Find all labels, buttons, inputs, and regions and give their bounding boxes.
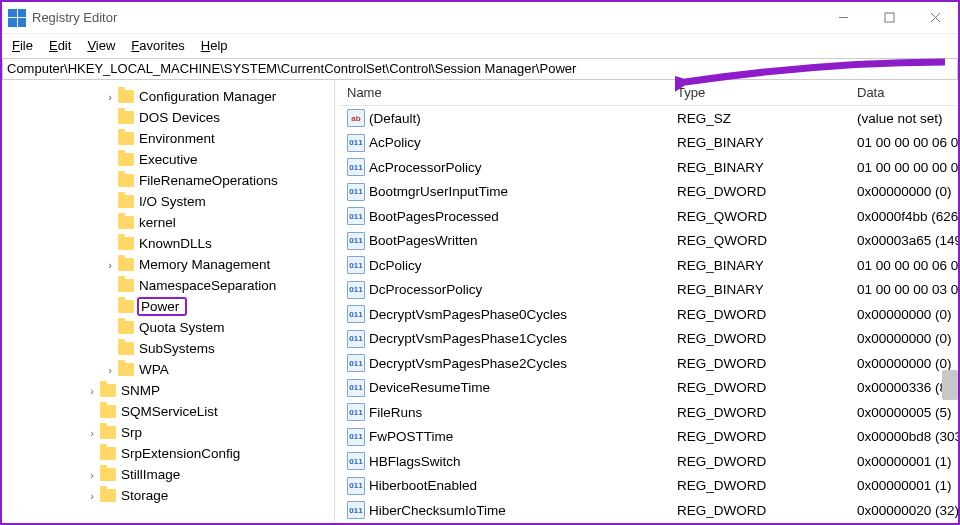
tree-item-label: Memory Management [139,257,270,272]
value-name: FileRuns [369,405,422,420]
tree-item[interactable]: SrpExtensionConfig [2,443,334,464]
tree-item-label: I/O System [139,194,206,209]
value-data: 01 00 00 00 00 00 0 [849,160,958,175]
value-name: AcProcessorPolicy [369,160,482,175]
app-icon [8,9,26,27]
value-row[interactable]: 011FileRunsREG_DWORD0x00000005 (5) [339,400,958,425]
tree-item[interactable]: ›StillImage [2,464,334,485]
folder-icon [118,216,134,229]
folder-icon [100,489,116,502]
value-type: REG_SZ [669,111,849,126]
value-row[interactable]: 011DecryptVsmPagesPhase0CyclesREG_DWORD0… [339,302,958,327]
tree-item-label: FileRenameOperations [139,173,278,188]
value-row[interactable]: 011BootPagesProcessedREG_QWORD0x0000f4bb… [339,204,958,229]
value-type: REG_DWORD [669,429,849,444]
tree-item[interactable]: FileRenameOperations [2,170,334,191]
menu-favorites[interactable]: Favorites [123,36,192,55]
menu-help[interactable]: Help [193,36,236,55]
value-row[interactable]: 011FwPOSTTimeREG_DWORD0x00000bd8 (3032) [339,425,958,450]
folder-icon [118,90,134,103]
folder-icon [118,132,134,145]
menu-file[interactable]: File [4,36,41,55]
value-row[interactable]: 011DecryptVsmPagesPhase2CyclesREG_DWORD0… [339,351,958,376]
folder-icon [118,279,134,292]
value-data: 01 00 00 00 06 00 0 [849,258,958,273]
value-row[interactable]: 011AcProcessorPolicyREG_BINARY01 00 00 0… [339,155,958,180]
folder-icon [118,153,134,166]
value-row[interactable]: 011HBFlagsSwitchREG_DWORD0x00000001 (1) [339,449,958,474]
value-row[interactable]: 011AcPolicyREG_BINARY01 00 00 00 06 00 0 [339,131,958,156]
menu-edit[interactable]: Edit [41,36,79,55]
expander-icon[interactable]: › [104,259,116,271]
col-name-header[interactable]: Name [339,85,669,100]
tree-item-label: SrpExtensionConfig [121,446,240,461]
value-type: REG_QWORD [669,209,849,224]
tree-item[interactable]: ›WPA [2,359,334,380]
value-row[interactable]: 011DeviceResumeTimeREG_DWORD0x00000336 (… [339,376,958,401]
value-row[interactable]: 011DecryptVsmPagesPhase1CyclesREG_DWORD0… [339,327,958,352]
tree-item[interactable]: Power [2,296,334,317]
menu-view[interactable]: View [79,36,123,55]
value-data: (value not set) [849,111,958,126]
expander-icon[interactable]: › [86,469,98,481]
window-title: Registry Editor [32,10,117,25]
value-type: REG_DWORD [669,184,849,199]
folder-icon [118,300,134,313]
value-type: REG_DWORD [669,307,849,322]
value-name: DecryptVsmPagesPhase1Cycles [369,331,567,346]
tree-item[interactable]: KnownDLLs [2,233,334,254]
tree-item-label: WPA [139,362,169,377]
close-button[interactable] [912,2,958,34]
folder-icon [118,321,134,334]
value-row[interactable]: ab(Default)REG_SZ(value not set) [339,106,958,131]
tree-item[interactable]: Environment [2,128,334,149]
value-row[interactable]: 011DcProcessorPolicyREG_BINARY01 00 00 0… [339,278,958,303]
expander-icon[interactable]: › [86,427,98,439]
tree-item[interactable]: kernel [2,212,334,233]
value-name: HBFlagsSwitch [369,454,461,469]
maximize-button[interactable] [866,2,912,34]
binary-value-icon: 011 [347,501,365,519]
folder-icon [118,342,134,355]
tree-scrollbar-thumb[interactable] [942,370,958,400]
value-row[interactable]: 011DcPolicyREG_BINARY01 00 00 00 06 00 0 [339,253,958,278]
tree-pane[interactable]: ›Configuration ManagerDOS DevicesEnviron… [2,80,335,521]
folder-icon [118,111,134,124]
minimize-button[interactable] [820,2,866,34]
value-type: REG_BINARY [669,282,849,297]
string-value-icon: ab [347,109,365,127]
binary-value-icon: 011 [347,134,365,152]
value-data: 0x00000000 (0) [849,307,958,322]
tree-item-label: Power [137,297,187,316]
expander-icon[interactable]: › [86,385,98,397]
tree-item[interactable]: Quota System [2,317,334,338]
expander-icon[interactable]: › [104,364,116,376]
tree-item[interactable]: NamespaceSeparation [2,275,334,296]
value-type: REG_BINARY [669,258,849,273]
tree-item[interactable]: Executive [2,149,334,170]
tree-item[interactable]: ›Storage [2,485,334,506]
tree-item[interactable]: ›Configuration Manager [2,86,334,107]
value-row[interactable]: 011BootmgrUserInputTimeREG_DWORD0x000000… [339,180,958,205]
tree-item[interactable]: SQMServiceList [2,401,334,422]
value-name: DecryptVsmPagesPhase0Cycles [369,307,567,322]
tree-item[interactable]: ›Srp [2,422,334,443]
value-row[interactable]: 011BootPagesWrittenREG_QWORD0x00003a65 (… [339,229,958,254]
tree-item[interactable]: I/O System [2,191,334,212]
tree-item-label: Configuration Manager [139,89,276,104]
content-area: ›Configuration ManagerDOS DevicesEnviron… [2,80,958,521]
tree-item[interactable]: ›Memory Management [2,254,334,275]
value-data: 0x00000005 (5) [849,405,958,420]
values-pane[interactable]: Name Type Data ab(Default)REG_SZ(value n… [339,80,958,521]
binary-value-icon: 011 [347,281,365,299]
tree-item[interactable]: ›SNMP [2,380,334,401]
expander-icon[interactable]: › [86,490,98,502]
tree-item-label: SQMServiceList [121,404,218,419]
expander-icon[interactable]: › [104,91,116,103]
tree-item[interactable]: SubSystems [2,338,334,359]
value-row[interactable]: 011HiberChecksumIoTimeREG_DWORD0x0000002… [339,498,958,521]
value-data: 0x00000020 (32) [849,503,958,518]
value-row[interactable]: 011HiberbootEnabledREG_DWORD0x00000001 (… [339,474,958,499]
tree-item[interactable]: DOS Devices [2,107,334,128]
binary-value-icon: 011 [347,330,365,348]
